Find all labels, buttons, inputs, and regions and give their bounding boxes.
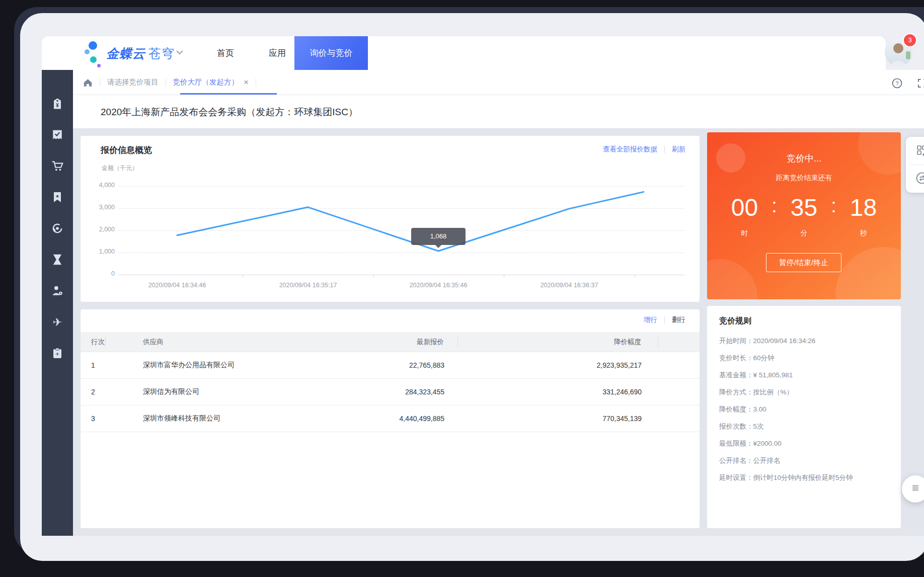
rule-reduce-range: 降价幅度：3.00 (719, 401, 889, 418)
cell-supplier: 深圳信为有限公司 (106, 387, 282, 396)
help-icon[interactable]: ? (892, 78, 902, 89)
svg-text:¥: ¥ (56, 103, 59, 108)
cell-latest-bid: 22,765,883 (282, 361, 458, 369)
svg-text:?: ? (895, 80, 898, 87)
sidebar-item-travel[interactable]: ✈ (42, 306, 73, 338)
rule-start-time: 开始时间：2020/09/04 16:34:26 (719, 333, 889, 350)
breadcrumb-select-project[interactable]: 请选择竞价项目 (107, 77, 159, 87)
decor-circle (707, 259, 757, 299)
cell-row-no: 1 (81, 361, 106, 369)
delete-row-link[interactable]: 删行 (672, 315, 685, 324)
quote-overview-card: 报价信息概览 查看全部报价数据 刷新 金额（千元） 4,000 3,000 2,… (81, 136, 700, 302)
add-row-link[interactable]: 增行 (644, 315, 657, 324)
top-navbar: 金蝶云苍穹 首页 应用 询价与竞价 (42, 36, 886, 70)
unit-hours: 时 (722, 229, 767, 238)
auction-countdown-card: 竞价中... 距离竞价结束还有 00 : 35 : 18 时 分 秒 暂停/结束… (707, 132, 901, 299)
countdown-units: 时 分 秒 (707, 229, 901, 238)
close-icon[interactable]: × (244, 77, 249, 88)
colon: : (767, 195, 782, 220)
yen-tag-icon: ¥ (51, 98, 63, 110)
nav-item-inquiry-bidding[interactable]: 询价与竞价 (294, 36, 368, 70)
suppliers-table: 行次 供应商 最新报价 降价幅度 1 深圳市富华办公用品有限公司 22,765,… (81, 332, 700, 432)
sidebar-item-sourcing[interactable] (42, 213, 73, 244)
auction-rules-card: 竞价规则 开始时间：2020/09/04 16:34:26 竞价时长：60分钟 … (707, 306, 901, 528)
divider (166, 78, 166, 87)
chevron-down-icon[interactable] (176, 50, 183, 55)
tab-bid-hall-label: 竞价大厅（发起方） (173, 77, 239, 87)
cell-row-no: 3 (81, 415, 106, 423)
tab-bid-hall[interactable]: 竞价大厅（发起方） × (173, 77, 249, 88)
rule-public-ranking: 公开排名：公开排名 (719, 452, 889, 469)
pause-end-terminate-button[interactable]: 暂停/结束/终止 (766, 253, 841, 272)
brand-logo[interactable]: 金蝶云苍穹 (106, 45, 175, 62)
rule-duration: 竞价时长：60分钟 (719, 350, 889, 367)
col-header-reduction: 降价幅度 (458, 337, 658, 347)
nav-item-home[interactable]: 首页 (203, 36, 248, 70)
cell-latest-bid: 284,323,455 (282, 388, 458, 396)
hamburger-icon: ≡ (912, 481, 919, 494)
plane-icon: ✈ (53, 316, 62, 328)
sidebar-item-travel-orders[interactable]: ✈ (42, 338, 73, 369)
cart-icon (51, 159, 64, 173)
cell-row-no: 2 (81, 388, 106, 396)
minutes-value: 35 (782, 194, 827, 221)
kingdee-logo-icon (85, 41, 103, 65)
app-window: 金蝶云苍穹 首页 应用 询价与竞价 3 请选择竞价项目 竞价大厅（发起方） × … (20, 13, 924, 561)
user-gear-icon (51, 284, 64, 297)
fullscreen-icon[interactable] (917, 78, 924, 89)
divider (256, 78, 256, 87)
cell-supplier: 深圳市富华办公用品有限公司 (106, 361, 282, 370)
rule-base-amount: 基准金额：¥ 51,805,981 (719, 367, 889, 384)
seconds-value: 18 (841, 194, 886, 221)
colon: : (827, 195, 841, 220)
divider (664, 316, 665, 323)
cell-supplier: 深圳市领峰科技有限公司 (106, 414, 282, 423)
sidebar-item-approval[interactable] (42, 119, 73, 150)
rule-delay-setting: 延时设置：倒计时10分钟内有报价延时5分钟 (719, 469, 889, 486)
nav-item-apps[interactable]: 应用 (255, 36, 300, 70)
table-row[interactable]: 1 深圳市富华办公用品有限公司 22,765,883 2,923,935,217 (81, 352, 700, 379)
sidebar-item-price-tag[interactable]: ¥ (42, 88, 73, 119)
app-sidebar: ¥ ★ ✈ ✈ (42, 70, 73, 536)
brand-suite: 苍穹 (148, 46, 175, 60)
unit-seconds: 秒 (841, 229, 886, 238)
side-tools-panel (906, 137, 924, 193)
clipboard-plane-icon: ✈ (51, 347, 63, 359)
page-title: 2020年上海新产品发布会会务采购（发起方：环球集团ISC） (101, 106, 358, 119)
chart-tooltip: 1,068 (411, 228, 466, 245)
unit-minutes: 分 (782, 229, 827, 238)
table-links: 增行 删行 (644, 315, 685, 324)
auction-status: 竞价中... (707, 152, 901, 164)
brand-name: 金蝶云 (106, 46, 145, 60)
col-header-row-no: 行次 (81, 337, 106, 347)
sidebar-item-user-settings[interactable] (42, 275, 73, 306)
rule-reduce-method: 降价方式：按比例（%） (719, 384, 889, 401)
rules-title: 竞价规则 (719, 316, 889, 326)
sidebar-item-procurement[interactable] (42, 150, 73, 182)
table-row[interactable]: 2 深圳信为有限公司 284,323,455 331,246,690 (81, 379, 700, 405)
cell-reduction: 331,246,690 (458, 388, 658, 396)
notification-badge: 3 (903, 33, 917, 47)
cell-reduction: 2,923,935,217 (458, 361, 658, 369)
suppliers-table-card: 增行 删行 行次 供应商 最新报价 降价幅度 1 深圳市富华办公用品有限公司 2… (81, 309, 700, 528)
sidebar-item-pending[interactable] (42, 244, 73, 275)
bookmark-star-icon: ★ (51, 191, 63, 203)
swap-icon[interactable] (911, 167, 924, 189)
home-icon[interactable] (83, 78, 93, 87)
sidebar-item-favorites[interactable]: ★ (42, 182, 73, 213)
page-header: 2020年上海新产品发布会会务采购（发起方：环球集团ISC） (73, 95, 924, 128)
rule-bid-times: 报价次数：5次 (719, 418, 889, 435)
sync-target-icon (51, 222, 64, 235)
decor-circle (835, 247, 901, 299)
hourglass-icon (52, 254, 63, 266)
svg-text:✈: ✈ (55, 352, 59, 357)
table-row[interactable]: 3 深圳市领峰科技有限公司 4,440,499,885 770,345,139 (81, 405, 700, 432)
tooltip-value: 1,068 (430, 232, 447, 240)
countdown-subtitle: 距离竞价结束还有 (707, 174, 901, 183)
ribbon-check-icon (51, 129, 63, 141)
rule-min-limit: 最低限额：¥2000.00 (719, 435, 889, 452)
cell-reduction: 770,345,139 (458, 415, 658, 423)
layout-edit-icon[interactable] (911, 139, 924, 161)
tab-strip: 请选择竞价项目 竞价大厅（发起方） × ? (73, 70, 924, 95)
table-header-row: 行次 供应商 最新报价 降价幅度 (81, 332, 700, 352)
